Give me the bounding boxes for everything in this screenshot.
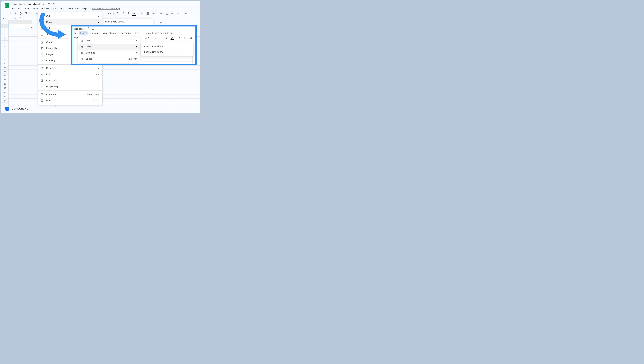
- italic-button[interactable]: I: [122, 12, 124, 15]
- row-header[interactable]: 10: [2, 61, 8, 66]
- column-header[interactable]: A: [8, 20, 32, 24]
- shortcut-label: Shift+F2: [92, 100, 99, 102]
- horizontal-align-icon[interactable]: [160, 12, 163, 15]
- row-header[interactable]: 16: [2, 86, 8, 90]
- svg-rect-26: [41, 28, 43, 29]
- paint-format-icon[interactable]: [24, 12, 28, 15]
- row-header[interactable]: 5: [2, 40, 8, 45]
- menu-item-cells[interactable]: Cells: [38, 13, 102, 19]
- submenu-insert-row-below[interactable]: Insert 1 row below: [141, 49, 193, 55]
- text-color-button[interactable]: A: [132, 12, 136, 15]
- row-header[interactable]: 3: [2, 32, 8, 36]
- borders-icon[interactable]: [146, 12, 149, 15]
- row-header[interactable]: 8: [2, 53, 8, 57]
- redo-icon[interactable]: [14, 12, 16, 15]
- bold-button[interactable]: B: [116, 12, 119, 15]
- row-header[interactable]: 11: [2, 66, 8, 70]
- row-header[interactable]: 20: [2, 102, 8, 107]
- callout-font-size[interactable]: 10: [144, 36, 149, 39]
- menu-view[interactable]: View: [25, 7, 30, 10]
- menu-item-checkbox[interactable]: Checkbox: [38, 78, 102, 84]
- callout-bold[interactable]: B: [154, 36, 157, 39]
- row-header[interactable]: 4: [2, 36, 8, 40]
- font-size-select[interactable]: 10: [106, 12, 111, 14]
- move-to-drive-icon[interactable]: [47, 3, 50, 6]
- select-all-corner[interactable]: [2, 20, 8, 24]
- callout-item-cells[interactable]: Cells: [78, 38, 140, 44]
- print-icon[interactable]: [19, 12, 22, 15]
- menu-data[interactable]: Data: [52, 7, 56, 10]
- callout-menu-data[interactable]: Data: [102, 32, 107, 34]
- callout-item-rows[interactable]: Rows: [78, 44, 140, 50]
- callout-menu-tools[interactable]: Tools: [110, 32, 116, 34]
- menu-file[interactable]: File: [12, 7, 15, 10]
- cloud-status-icon[interactable]: [52, 3, 55, 6]
- chart-icon: [41, 41, 44, 44]
- menu-item-note[interactable]: Note Shift+F2: [38, 98, 102, 104]
- row-header[interactable]: 18: [2, 94, 8, 98]
- row-header[interactable]: 19: [2, 98, 8, 102]
- callout-menu-insert[interactable]: Insert: [79, 32, 88, 35]
- callout-fill-color-icon[interactable]: [179, 36, 182, 39]
- text-rotation-icon[interactable]: [176, 12, 180, 15]
- menu-tools[interactable]: Tools: [59, 7, 65, 10]
- vertical-align-icon[interactable]: [166, 12, 168, 15]
- column-header[interactable]: H: [173, 20, 196, 24]
- menu-item-function[interactable]: Function: [38, 66, 102, 72]
- callout-menu-format[interactable]: Format: [91, 32, 98, 34]
- doc-title[interactable]: Sample Spreadsheet: [11, 2, 40, 6]
- shortcut-label: ⌘+Option+M: [87, 93, 99, 96]
- insert-link-icon[interactable]: [184, 12, 188, 15]
- callout-insert-menu: Cells Rows Columns Sheet Shift+F11: [78, 37, 140, 63]
- menu-item-rows[interactable]: Rows: [38, 19, 102, 26]
- svg-rect-65: [81, 58, 82, 58]
- callout-strike[interactable]: S: [165, 36, 168, 39]
- menu-item-comment[interactable]: Comment ⌘+Option+M: [38, 92, 102, 98]
- menu-edit[interactable]: Edit: [18, 7, 22, 10]
- undo-icon[interactable]: [8, 12, 11, 15]
- row-header[interactable]: 14: [2, 78, 8, 82]
- callout-borders-icon[interactable]: [184, 36, 187, 39]
- toolbar-separator: [138, 12, 138, 15]
- callout-menu-extensions[interactable]: Extensions: [119, 32, 131, 34]
- toolbar-separator: [30, 12, 30, 15]
- submenu-insert-row-above[interactable]: Insert 1 row above: [141, 44, 193, 49]
- row-header[interactable]: 13: [2, 74, 8, 78]
- menu-format[interactable]: Format: [42, 7, 49, 10]
- svg-rect-32: [42, 42, 42, 43]
- row-header[interactable]: 6: [2, 45, 8, 49]
- callout-item-sheet[interactable]: Sheet Shift+F11: [78, 56, 140, 62]
- text-wrap-icon[interactable]: [171, 12, 174, 15]
- star-icon[interactable]: [42, 3, 46, 6]
- callout-last-edit[interactable]: Last edit was seconds ago: [145, 32, 174, 34]
- row-header[interactable]: 2: [2, 28, 8, 32]
- menu-item-people-chip[interactable]: People chip: [38, 84, 102, 90]
- callout-italic[interactable]: I: [160, 36, 163, 39]
- template-badge-icon: T: [5, 107, 9, 110]
- callout-text-color[interactable]: A: [171, 36, 174, 39]
- row-header[interactable]: 12: [2, 70, 8, 74]
- row-header[interactable]: 17: [2, 90, 8, 94]
- column-header[interactable]: G: [149, 20, 173, 24]
- active-cell[interactable]: [8, 24, 32, 28]
- callout-menu-help[interactable]: Help: [134, 32, 139, 34]
- row-header[interactable]: 9: [2, 57, 8, 61]
- menu-extensions[interactable]: Extensions: [68, 7, 79, 10]
- strikethrough-button[interactable]: S: [127, 12, 130, 15]
- menu-insert[interactable]: Insert: [33, 7, 39, 10]
- row-header[interactable]: 7: [2, 49, 8, 53]
- fill-color-icon[interactable]: [141, 12, 144, 15]
- merge-cells-icon[interactable]: [152, 12, 155, 15]
- row-header[interactable]: 1: [2, 24, 8, 28]
- menu-help[interactable]: Help: [82, 7, 86, 10]
- callout-merge-icon[interactable]: [190, 36, 193, 39]
- sheet-icon: [80, 58, 83, 60]
- watermark: T TEMPLATE.NET: [5, 107, 30, 110]
- zoom-select[interactable]: 100%: [33, 12, 38, 14]
- name-box[interactable]: A1: [2, 16, 18, 20]
- pivot-table-icon: [41, 47, 44, 50]
- menu-item-link[interactable]: Link ⌘K: [38, 72, 102, 78]
- row-header[interactable]: 15: [2, 82, 8, 86]
- last-edit-link[interactable]: Last edit was seconds ago: [92, 7, 120, 10]
- callout-item-columns[interactable]: Columns: [78, 50, 140, 56]
